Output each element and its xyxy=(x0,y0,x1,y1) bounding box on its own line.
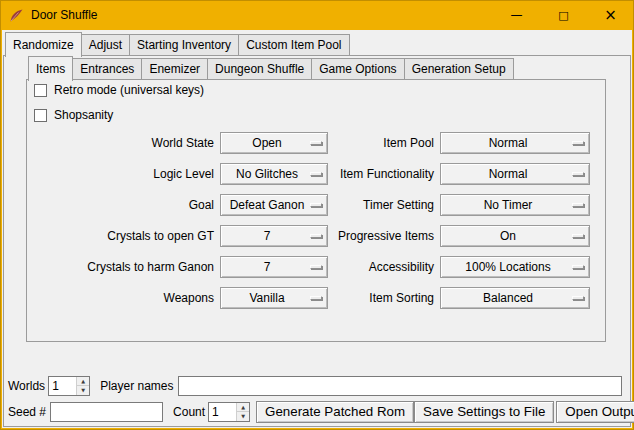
progressive-items-dropdown[interactable]: On xyxy=(440,225,590,247)
item-sorting-label: Item Sorting xyxy=(334,287,434,309)
door-shuffle-window: Door Shuffle — □ × Randomize Adjust Star… xyxy=(0,0,634,430)
dropdown-indicator-icon xyxy=(572,296,584,300)
world-state-dropdown[interactable]: Open xyxy=(220,132,328,154)
crystals-open-gt-dropdown[interactable]: 7 xyxy=(220,225,328,247)
weapons-value: Vanilla xyxy=(249,291,284,305)
tab-game-options[interactable]: Game Options xyxy=(311,58,404,79)
accessibility-label: Accessibility xyxy=(334,256,434,278)
dropdown-indicator-icon xyxy=(572,203,584,207)
dropdown-indicator-icon xyxy=(572,141,584,145)
goal-label: Goal xyxy=(56,194,214,216)
crystals-harm-ganon-dropdown[interactable]: 7 xyxy=(220,256,328,278)
weapons-label: Weapons xyxy=(56,287,214,309)
main-tab-bar: Randomize Adjust Starting Inventory Cust… xyxy=(5,33,350,56)
seed-input[interactable] xyxy=(50,402,163,422)
tab-dungeon-shuffle[interactable]: Dungeon Shuffle xyxy=(207,58,312,79)
retro-mode-checkbox[interactable] xyxy=(34,84,47,97)
crystals-open-gt-label: Crystals to open GT xyxy=(56,225,214,247)
item-functionality-dropdown[interactable]: Normal xyxy=(440,163,590,185)
close-icon: × xyxy=(604,6,617,24)
window-title: Door Shuffle xyxy=(31,8,98,22)
world-state-label: World State xyxy=(56,132,214,154)
item-functionality-value: Normal xyxy=(489,167,528,181)
tab-generation-setup[interactable]: Generation Setup xyxy=(404,58,514,79)
item-sorting-dropdown[interactable]: Balanced xyxy=(440,287,590,309)
generate-patched-rom-button[interactable]: Generate Patched Rom xyxy=(256,401,414,423)
shopsanity-checkbox[interactable] xyxy=(34,109,47,122)
goal-value: Defeat Ganon xyxy=(230,198,305,212)
timer-setting-label: Timer Setting xyxy=(334,194,434,216)
minimize-button[interactable]: — xyxy=(493,0,540,30)
maximize-icon: □ xyxy=(558,9,568,22)
settings-grid: World State Open Item Pool Normal Logic … xyxy=(56,132,590,309)
dropdown-indicator-icon xyxy=(572,172,584,176)
weapons-dropdown[interactable]: Vanilla xyxy=(220,287,328,309)
player-names-label: Player names xyxy=(100,379,173,393)
save-settings-button[interactable]: Save Settings to File xyxy=(414,401,554,423)
progressive-items-value: On xyxy=(500,229,516,243)
timer-setting-dropdown[interactable]: No Timer xyxy=(440,194,590,216)
dropdown-indicator-icon xyxy=(310,141,322,145)
item-pool-value: Normal xyxy=(489,136,528,150)
minimize-icon: — xyxy=(511,8,523,22)
randomize-sub-tab-bar: Items Entrances Enemizer Dungeon Shuffle… xyxy=(28,58,514,80)
dropdown-indicator-icon xyxy=(310,296,322,300)
window-controls: — □ × xyxy=(493,0,634,30)
item-sorting-value: Balanced xyxy=(483,291,533,305)
crystals-open-gt-value: 7 xyxy=(264,229,271,243)
tab-adjust[interactable]: Adjust xyxy=(81,34,130,55)
worlds-spinner-arrows: ▲ ▼ xyxy=(76,377,89,395)
timer-setting-value: No Timer xyxy=(484,198,533,212)
spin-up-icon[interactable]: ▲ xyxy=(237,403,249,413)
tab-enemizer[interactable]: Enemizer xyxy=(141,58,208,79)
progressive-items-label: Progressive Items xyxy=(334,225,434,247)
dropdown-indicator-icon xyxy=(572,265,584,269)
worlds-label: Worlds xyxy=(8,379,45,393)
goal-dropdown[interactable]: Defeat Ganon xyxy=(220,194,328,216)
shopsanity-row: Shopsanity xyxy=(34,107,113,123)
window-content: Randomize Adjust Starting Inventory Cust… xyxy=(2,30,632,428)
worlds-input[interactable] xyxy=(49,377,76,395)
retro-mode-label: Retro mode (universal keys) xyxy=(54,83,204,97)
count-spinner[interactable]: ▲ ▼ xyxy=(208,402,250,422)
seed-row: Seed # Count ▲ ▼ Generate Patched Rom Sa… xyxy=(2,400,632,423)
tab-starting-inventory[interactable]: Starting Inventory xyxy=(129,34,239,55)
count-label: Count xyxy=(173,405,205,419)
count-input[interactable] xyxy=(209,403,236,421)
worlds-row: Worlds ▲ ▼ Player names xyxy=(2,375,632,396)
dropdown-indicator-icon xyxy=(310,172,322,176)
logic-level-dropdown[interactable]: No Glitches xyxy=(220,163,328,185)
crystals-harm-ganon-label: Crystals to harm Ganon xyxy=(56,256,214,278)
logic-level-label: Logic Level xyxy=(56,163,214,185)
accessibility-dropdown[interactable]: 100% Locations xyxy=(440,256,590,278)
spin-up-icon[interactable]: ▲ xyxy=(77,377,89,387)
seed-label: Seed # xyxy=(8,405,46,419)
dropdown-indicator-icon xyxy=(310,203,322,207)
titlebar[interactable]: Door Shuffle — □ × xyxy=(0,0,634,30)
spin-down-icon[interactable]: ▼ xyxy=(237,412,249,421)
retro-mode-row: Retro mode (universal keys) xyxy=(34,82,204,98)
tab-custom-item-pool[interactable]: Custom Item Pool xyxy=(238,34,349,55)
close-button[interactable]: × xyxy=(587,0,634,30)
crystals-harm-ganon-value: 7 xyxy=(264,260,271,274)
dropdown-indicator-icon xyxy=(572,234,584,238)
maximize-button[interactable]: □ xyxy=(540,0,587,30)
shopsanity-label: Shopsanity xyxy=(54,108,113,122)
worlds-spinner[interactable]: ▲ ▼ xyxy=(48,376,90,396)
item-pool-label: Item Pool xyxy=(334,132,434,154)
accessibility-value: 100% Locations xyxy=(465,260,550,274)
item-pool-dropdown[interactable]: Normal xyxy=(440,132,590,154)
tab-items[interactable]: Items xyxy=(28,56,73,81)
spin-down-icon[interactable]: ▼ xyxy=(77,386,89,395)
count-spinner-arrows: ▲ ▼ xyxy=(236,403,249,421)
item-functionality-label: Item Functionality xyxy=(334,163,434,185)
world-state-value: Open xyxy=(252,136,281,150)
app-icon xyxy=(9,8,24,23)
open-output-directory-button[interactable]: Open Output Directory xyxy=(556,401,634,423)
dropdown-indicator-icon xyxy=(310,234,322,238)
player-names-input[interactable] xyxy=(178,376,623,396)
logic-level-value: No Glitches xyxy=(236,167,298,181)
tab-randomize[interactable]: Randomize xyxy=(5,32,82,57)
tab-entrances[interactable]: Entrances xyxy=(72,58,142,79)
dropdown-indicator-icon xyxy=(310,265,322,269)
